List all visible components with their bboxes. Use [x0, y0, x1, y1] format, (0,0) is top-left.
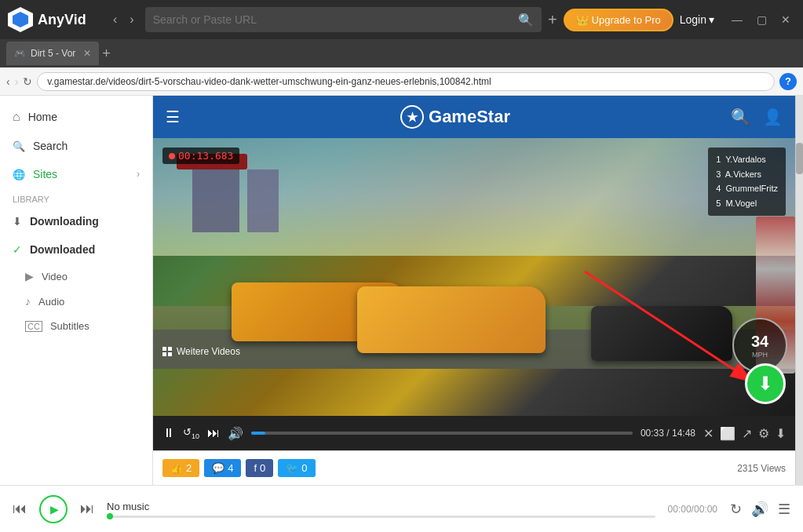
new-tab-button[interactable]: +	[102, 46, 111, 62]
ctrl-actions: ✕ ⬜ ↗ ⚙ ⬇	[703, 426, 786, 441]
help-button[interactable]: ?	[779, 73, 797, 90]
mute-button[interactable]: 🔊	[228, 426, 243, 441]
picture-in-picture-button[interactable]: ⬜	[720, 426, 735, 441]
upgrade-button[interactable]: 👑 Upgrade to Pro	[564, 9, 673, 31]
url-back-button[interactable]: ‹	[6, 75, 10, 88]
video-area: 00:13.683 1 Y.Vardalos 3 A.Vickers 4 Gru…	[153, 138, 795, 416]
track-name: No music	[107, 501, 655, 512]
leaderboard-row: 1 Y.Vardalos 3 A.Vickers 4 GrummelFritz …	[716, 152, 778, 211]
sidebar-item-downloaded[interactable]: ✓ Downloaded	[0, 235, 152, 264]
sidebar-item-label: Home	[28, 111, 57, 123]
repeat-button[interactable]: ↻	[730, 501, 742, 518]
download-video-button[interactable]: ⬇	[776, 426, 786, 441]
play-pause-button[interactable]: ▶	[39, 495, 68, 523]
sidebar-item-sites[interactable]: 🌐 Sites ›	[0, 160, 152, 188]
volume-button[interactable]: 🔊	[751, 501, 768, 518]
skip-button[interactable]: ⏭	[207, 426, 220, 440]
sidebar-sub-item-subtitles[interactable]: CC Subtitles	[0, 314, 152, 338]
music-icon: ♪	[25, 295, 31, 308]
next-track-button[interactable]: ⏭	[80, 501, 94, 517]
hamburger-menu-button[interactable]: ☰	[166, 107, 180, 126]
search-bar: 🔍	[145, 7, 542, 32]
login-button[interactable]: Login ▾	[680, 13, 714, 26]
add-tab-button[interactable]: +	[548, 11, 557, 29]
bottom-right-buttons: ↻ 🔊 ☰	[730, 501, 790, 518]
like-icon: 👍	[170, 462, 183, 474]
facebook-count: 0	[260, 462, 265, 474]
close-video-button[interactable]: ✕	[703, 426, 714, 441]
reload-button[interactable]: ↻	[23, 75, 32, 88]
scrollbar[interactable]	[795, 96, 803, 485]
url-bar: ‹ › ↻ ?	[0, 67, 803, 96]
maximize-button[interactable]: ▢	[752, 10, 772, 29]
url-input[interactable]	[37, 72, 775, 91]
speed-unit: MPH	[752, 351, 768, 359]
sidebar-item-search[interactable]: 🔍 Search	[0, 132, 152, 160]
pause-button[interactable]: ⏸	[162, 426, 175, 440]
track-progress-bar[interactable]	[107, 516, 655, 518]
minimize-button[interactable]: —	[727, 10, 747, 29]
tab-icon: 🎮	[14, 48, 26, 59]
url-forward-button[interactable]: ›	[15, 75, 19, 88]
like-button[interactable]: 👍 2	[162, 459, 199, 477]
download-button[interactable]: ⬇	[745, 363, 786, 404]
track-time: 00:00/00:00	[668, 504, 717, 515]
speed-value: 34	[751, 333, 768, 351]
like-count: 2	[186, 462, 192, 474]
facebook-share-button[interactable]: f 0	[246, 459, 273, 477]
sites-icon: 🌐	[13, 169, 25, 180]
gamestar-search-icon[interactable]: 🔍	[731, 107, 750, 126]
sidebar-item-label: Downloaded	[30, 243, 95, 256]
leaderboard: 1 Y.Vardalos 3 A.Vickers 4 GrummelFritz …	[708, 148, 786, 216]
video-placeholder: 00:13.683 1 Y.Vardalos 3 A.Vickers 4 Gru…	[153, 138, 795, 416]
reaction-bar: 👍 2 💬 4 f 0 🐦 0 2315 Views	[153, 450, 795, 485]
more-videos-overlay: Weitere Videos	[162, 346, 240, 357]
back-button[interactable]: ‹	[108, 9, 122, 30]
chevron-right-icon: ›	[137, 169, 140, 180]
app-logo	[8, 7, 33, 32]
sidebar-sub-item-video[interactable]: ▶ Video	[0, 264, 152, 289]
sidebar-item-label: Sites	[33, 168, 57, 180]
prev-track-button[interactable]: ⏮	[13, 501, 27, 517]
chevron-down-icon: ▾	[709, 13, 714, 26]
logo-area: AnyVid	[8, 7, 102, 32]
playlist-button[interactable]: ☰	[778, 501, 790, 518]
sidebar-item-label: Downloading	[30, 215, 99, 228]
sidebar-item-label: Search	[33, 140, 68, 152]
tab-label: Dirt 5 - Vor	[31, 48, 75, 59]
forward-button[interactable]: ›	[125, 9, 138, 30]
download-icon: ⬇	[13, 215, 22, 228]
twitter-icon: 🐦	[286, 462, 298, 474]
sidebar-item-home[interactable]: ⌂ Home	[0, 102, 152, 132]
sidebar-sub-item-audio[interactable]: ♪ Audio	[0, 289, 152, 314]
replay-10-button[interactable]: ↺10	[183, 426, 199, 440]
search-icon[interactable]: 🔍	[518, 13, 534, 27]
play-circle-icon: ▶	[25, 270, 34, 282]
main-layout: ⌂ Home 🔍 Search 🌐 Sites › Library ⬇ Down…	[0, 96, 803, 485]
track-info: No music	[107, 501, 655, 518]
gamestar-logo: ★ GameStar	[189, 105, 721, 129]
time-display: 00:33 / 14:48	[641, 428, 695, 439]
progress-bar[interactable]	[251, 432, 633, 435]
search-input[interactable]	[153, 13, 512, 26]
sidebar-item-downloading[interactable]: ⬇ Downloading	[0, 207, 152, 235]
close-button[interactable]: ✕	[776, 10, 795, 29]
more-videos-label: Weitere Videos	[177, 346, 240, 357]
browser-tab[interactable]: 🎮 Dirt 5 - Vor ✕	[6, 42, 99, 65]
search-sidebar-icon: 🔍	[13, 140, 25, 152]
twitter-share-button[interactable]: 🐦 0	[278, 459, 315, 477]
browser-content: ☰ ★ GameStar 🔍 👤	[153, 96, 795, 485]
top-bar: AnyVid ‹ › 🔍 + 👑 Upgrade to Pro Login ▾ …	[0, 0, 803, 39]
video-timer: 00:13.683	[162, 148, 239, 164]
library-section-title: Library	[0, 188, 152, 207]
gamestar-user-icon[interactable]: 👤	[763, 107, 783, 126]
settings-button[interactable]: ⚙	[758, 426, 769, 441]
share-button[interactable]: ↗	[742, 426, 752, 441]
tab-close-button[interactable]: ✕	[83, 48, 91, 59]
twitter-count: 0	[301, 462, 307, 474]
bottom-player-bar: ⏮ ▶ ⏭ No music 00:00/00:00 ↻ 🔊 ☰	[0, 485, 803, 532]
sidebar-sub-label: Audio	[38, 296, 64, 308]
comment-button[interactable]: 💬 4	[204, 459, 241, 477]
subtitles-icon: CC	[25, 321, 42, 332]
app-name: AnyVid	[38, 12, 86, 28]
